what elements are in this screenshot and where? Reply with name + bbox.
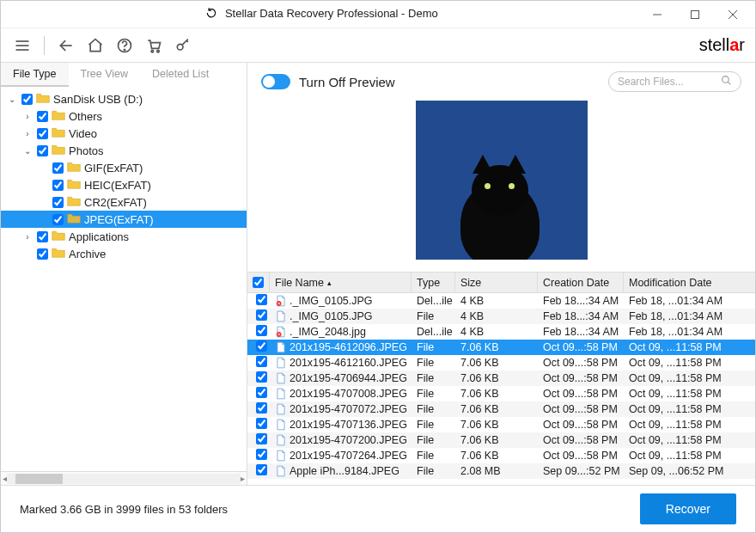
- table-row[interactable]: ._IMG_0105.JPGDel...ile4 KBFeb 18...:34 …: [247, 293, 755, 309]
- tree-checkbox[interactable]: [37, 111, 48, 122]
- chevron-right-icon[interactable]: ›: [21, 232, 34, 242]
- table-row[interactable]: 201x195-4707072.JPEGFile7.06 KBOct 09...…: [247, 401, 755, 417]
- key-button[interactable]: [172, 34, 194, 57]
- row-checkbox[interactable]: [256, 294, 267, 305]
- home-button[interactable]: [84, 34, 107, 57]
- row-checkbox[interactable]: [256, 325, 267, 336]
- tree-checkbox[interactable]: [21, 94, 33, 105]
- tab-tree-view[interactable]: Tree View: [69, 63, 141, 87]
- tree-hscroll[interactable]: ◂ ▸: [1, 471, 247, 485]
- preview-toggle[interactable]: [261, 74, 290, 89]
- cell-cdate: Feb 18...:34 AM: [538, 295, 624, 307]
- tree-item[interactable]: GIF(ExFAT): [1, 159, 247, 176]
- table-row[interactable]: 201x195-4612096.JPEGFile7.06 KBOct 09...…: [247, 340, 755, 355]
- tree-item[interactable]: ⌄SanDisk USB (D:): [1, 90, 247, 107]
- deleted-file-icon: [275, 295, 287, 307]
- tree-checkbox[interactable]: [37, 248, 48, 260]
- search-input[interactable]: Search Files...: [608, 71, 741, 92]
- table-row[interactable]: 201x195-4707008.JPEGFile7.06 KBOct 09...…: [247, 386, 755, 401]
- row-checkbox[interactable]: [256, 309, 267, 321]
- close-button[interactable]: [714, 2, 752, 28]
- table-body[interactable]: ._IMG_0105.JPGDel...ile4 KBFeb 18...:34 …: [247, 293, 755, 485]
- cart-button[interactable]: [143, 34, 165, 57]
- tree-checkbox[interactable]: [37, 231, 48, 242]
- table-header: File Name▴ Type Size Creation Date Modif…: [247, 273, 755, 293]
- tree-checkbox[interactable]: [52, 180, 64, 191]
- tree-item[interactable]: CR2(ExFAT): [1, 193, 247, 211]
- chevron-down-icon[interactable]: ⌄: [6, 95, 18, 104]
- row-checkbox[interactable]: [256, 340, 267, 352]
- header-creation-date[interactable]: Creation Date: [538, 273, 624, 292]
- table-row[interactable]: 201x195-4707136.JPEGFile7.06 KBOct 09...…: [247, 417, 755, 432]
- cell-size: 7.06 KB: [455, 341, 538, 353]
- row-checkbox[interactable]: [256, 418, 267, 429]
- tree-checkbox[interactable]: [52, 162, 64, 174]
- folder-tree[interactable]: ⌄SanDisk USB (D:)›Others›Video⌄PhotosGIF…: [1, 87, 247, 471]
- tree-checkbox[interactable]: [52, 197, 64, 208]
- main-area: File Type Tree View Deleted List ⌄SanDis…: [1, 63, 755, 485]
- recover-button[interactable]: Recover: [640, 493, 736, 524]
- tree-item[interactable]: HEIC(ExFAT): [1, 176, 247, 193]
- table-row[interactable]: ._IMG_0105.JPGFile4 KBFeb 18...:34 AMFeb…: [247, 309, 755, 324]
- table-row[interactable]: Apple iPh...9184.JPEGFile2.08 MBSep 09..…: [247, 463, 755, 479]
- table-row[interactable]: 201x195-4707200.JPEGFile7.06 KBOct 09...…: [247, 432, 755, 448]
- scroll-thumb[interactable]: [15, 474, 63, 484]
- table-row[interactable]: 201x195-4706944.JPEGFile7.06 KBOct 09...…: [247, 371, 755, 386]
- row-checkbox[interactable]: [256, 356, 267, 367]
- row-checkbox[interactable]: [256, 449, 267, 460]
- tree-label: Video: [69, 127, 97, 140]
- scroll-right-icon[interactable]: ▸: [241, 474, 245, 483]
- cell-cdate: Oct 09...:58 PM: [538, 450, 624, 462]
- header-name[interactable]: File Name▴: [270, 273, 412, 292]
- tree-item[interactable]: Archive: [1, 245, 247, 262]
- app-icon: [204, 7, 218, 21]
- cell-cdate: Oct 09...:58 PM: [538, 403, 624, 415]
- chevron-right-icon[interactable]: ›: [21, 129, 34, 138]
- header-checkbox[interactable]: [247, 273, 270, 292]
- preview-bar: Turn Off Preview Search Files...: [247, 63, 755, 101]
- table-row[interactable]: ._IMG_2048.jpgDel...ile4 KBFeb 18...:34 …: [247, 324, 755, 340]
- cell-name: 201x195-4707136.JPEG: [290, 419, 407, 431]
- table-row[interactable]: 201x195-4707264.JPEGFile7.06 KBOct 09...…: [247, 448, 755, 463]
- tree-item[interactable]: ›Video: [1, 125, 247, 142]
- help-button[interactable]: [113, 34, 136, 57]
- header-type[interactable]: Type: [412, 273, 455, 292]
- row-checkbox[interactable]: [256, 371, 267, 383]
- tree-item[interactable]: JPEG(ExFAT): [1, 211, 247, 228]
- tree-item[interactable]: ⌄Photos: [1, 142, 247, 159]
- tree-checkbox[interactable]: [37, 145, 48, 156]
- chevron-down-icon[interactable]: ⌄: [21, 146, 34, 156]
- row-checkbox[interactable]: [256, 402, 267, 414]
- tree-item[interactable]: ›Others: [1, 107, 247, 125]
- cell-size: 7.06 KB: [455, 357, 538, 369]
- header-size[interactable]: Size: [455, 273, 538, 292]
- folder-icon: [67, 178, 84, 193]
- row-checkbox[interactable]: [256, 387, 267, 398]
- row-checkbox[interactable]: [256, 464, 267, 475]
- tree-checkbox[interactable]: [37, 128, 48, 139]
- cell-name: ._IMG_0105.JPG: [290, 295, 373, 307]
- file-icon: [275, 419, 287, 431]
- tree-checkbox[interactable]: [52, 214, 64, 225]
- tab-file-type[interactable]: File Type: [1, 63, 69, 87]
- minimize-button[interactable]: [638, 2, 676, 28]
- cell-mdate: Oct 09, ...11:58 PM: [624, 403, 755, 415]
- folder-icon: [52, 247, 69, 261]
- cell-mdate: Oct 09, ...11:58 PM: [624, 372, 755, 384]
- cell-cdate: Oct 09...:58 PM: [538, 419, 624, 431]
- table-row[interactable]: 201x195-4612160.JPEGFile7.06 KBOct 09...…: [247, 355, 755, 371]
- cell-size: 4 KB: [455, 326, 538, 338]
- tab-deleted-list[interactable]: Deleted List: [140, 63, 221, 87]
- tree-item[interactable]: ›Applications: [1, 228, 247, 245]
- cell-size: 7.06 KB: [455, 450, 538, 462]
- back-button[interactable]: [55, 34, 77, 57]
- header-modification-date[interactable]: Modification Date: [624, 273, 755, 292]
- menu-button[interactable]: [11, 34, 34, 57]
- maximize-button[interactable]: [676, 2, 714, 28]
- brand-logo: stellar: [699, 35, 745, 55]
- row-checkbox[interactable]: [256, 433, 267, 444]
- tree-label: Others: [69, 110, 102, 123]
- file-table: File Name▴ Type Size Creation Date Modif…: [247, 272, 755, 485]
- tree-label: SanDisk USB (D:): [53, 93, 143, 106]
- chevron-right-icon[interactable]: ›: [21, 112, 34, 121]
